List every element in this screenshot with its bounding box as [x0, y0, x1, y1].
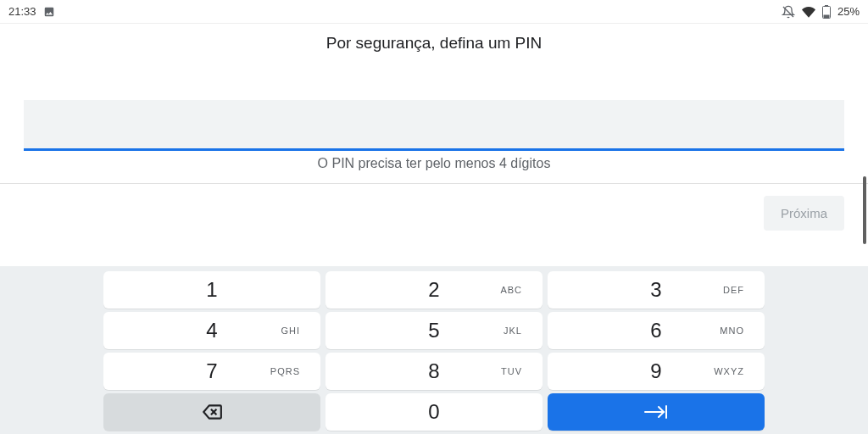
key-backspace[interactable]: [103, 393, 320, 431]
key-4[interactable]: 4GHI: [103, 312, 320, 349]
key-2[interactable]: 2ABC: [326, 271, 542, 309]
next-button[interactable]: Próxima: [764, 196, 844, 231]
key-5[interactable]: 5JKL: [326, 312, 542, 349]
battery-percent: 25%: [837, 5, 860, 18]
battery-icon: [822, 5, 831, 19]
key-8[interactable]: 8TUV: [326, 353, 542, 390]
status-time: 21:33: [8, 5, 36, 18]
page-title: Por segurança, defina um PIN: [0, 34, 868, 53]
key-3[interactable]: 3DEF: [548, 271, 765, 309]
status-bar: 21:33 25%: [0, 0, 868, 24]
key-enter[interactable]: [548, 393, 765, 431]
notifications-off-icon: [782, 5, 795, 19]
numeric-keypad: 1 2ABC 3DEF 4GHI 5JKL 6MNO 7PQRS 8TUV 9W…: [0, 266, 868, 434]
svg-rect-3: [823, 14, 829, 18]
pin-hint: O PIN precisa ter pelo menos 4 dígitos: [24, 156, 844, 171]
key-0[interactable]: 0: [326, 393, 542, 431]
key-7[interactable]: 7PQRS: [103, 353, 320, 390]
key-1[interactable]: 1: [103, 271, 320, 309]
wifi-icon: [802, 5, 815, 19]
key-9[interactable]: 9WXYZ: [548, 353, 765, 390]
backspace-icon: [201, 401, 223, 423]
picture-icon: [43, 6, 55, 18]
scroll-indicator[interactable]: [863, 176, 866, 244]
pin-input[interactable]: [24, 100, 844, 151]
svg-rect-2: [825, 5, 828, 7]
enter-icon: [643, 403, 669, 420]
key-6[interactable]: 6MNO: [548, 312, 765, 349]
